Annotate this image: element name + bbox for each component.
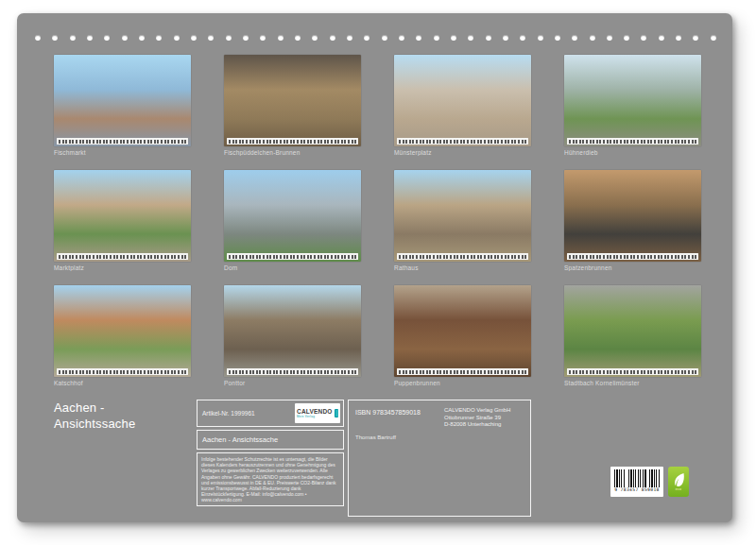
binding-hole bbox=[555, 35, 560, 41]
date-grid-cells bbox=[229, 140, 356, 144]
legal-text: Infolge bestehender Schutzrechte ist es … bbox=[201, 456, 336, 502]
thumbnail-photo bbox=[564, 285, 701, 377]
thumbnail-caption: Katschhof bbox=[54, 380, 191, 386]
article-number: Artikel-Nr. 1999961 bbox=[202, 410, 255, 417]
publisher-address: CALVENDO Verlag GmbH Ottobrunner Straße … bbox=[444, 407, 510, 429]
thumbnail-photo bbox=[54, 55, 191, 146]
binding-hole bbox=[278, 35, 284, 41]
binding-hole bbox=[70, 35, 76, 41]
thumbnail-photo bbox=[564, 55, 701, 146]
publisher-name: CALVENDO Verlag GmbH bbox=[444, 407, 510, 415]
date-grid-band bbox=[567, 253, 698, 260]
calendar-title-line2: Ansichtssache bbox=[54, 417, 135, 433]
month-thumbnail: Fischpüddelchen-Brunnen bbox=[224, 55, 361, 158]
thumbnail-caption: Rathaus bbox=[394, 264, 531, 271]
date-grid-cells bbox=[229, 255, 356, 259]
month-thumbnail: Münsterplatz bbox=[394, 55, 531, 158]
calvendo-logo: CALVENDO Mein Verlag bbox=[295, 403, 340, 423]
publisher-box: ISBN 9783457859018 CALVENDO Verlag GmbH … bbox=[348, 400, 531, 517]
binding-hole bbox=[364, 35, 369, 41]
thumbnail-caption: Fischmarkt bbox=[54, 149, 191, 156]
thumbnail-photo bbox=[224, 170, 361, 262]
date-grid-band bbox=[567, 368, 698, 375]
binding-hole bbox=[572, 35, 577, 41]
calvendo-logo-tagline: Mein Verlag bbox=[297, 416, 333, 418]
binding-hole bbox=[624, 35, 629, 41]
thumbnail-photo bbox=[394, 170, 531, 262]
binding-hole bbox=[52, 35, 58, 41]
binding-hole bbox=[486, 35, 491, 41]
calvendo-book-icon bbox=[335, 409, 338, 417]
date-grid-band bbox=[227, 138, 358, 145]
date-grid-band bbox=[397, 138, 528, 145]
binding-hole bbox=[416, 35, 421, 41]
thumbnail-caption: Münsterplatz bbox=[394, 149, 531, 156]
binding-hole bbox=[330, 35, 335, 41]
binding-hole bbox=[538, 35, 543, 41]
author-name: Thomas Bartruff bbox=[355, 434, 396, 440]
thumbnail-photo bbox=[224, 285, 361, 377]
thumbnail-caption: Dom bbox=[224, 264, 361, 271]
date-grid-cells bbox=[59, 140, 186, 144]
calendar-title: Aachen - Ansichtssache bbox=[54, 400, 135, 432]
date-grid-cells bbox=[569, 140, 696, 144]
binding-hole bbox=[156, 35, 162, 41]
date-grid-cells bbox=[59, 255, 186, 259]
calendar-title-text: Aachen - Ansichtssache bbox=[202, 435, 278, 444]
binding-hole bbox=[676, 35, 681, 41]
date-grid-band bbox=[227, 253, 358, 260]
thumbnail-caption: Puppenbrunnen bbox=[394, 380, 531, 386]
leaf-icon bbox=[673, 472, 685, 487]
binding-hole bbox=[174, 35, 180, 41]
binding-hole bbox=[641, 35, 646, 41]
binding-hole bbox=[35, 35, 41, 41]
binding-hole bbox=[104, 35, 110, 41]
binding-hole bbox=[590, 35, 595, 41]
date-grid-cells bbox=[59, 370, 186, 374]
binding-hole bbox=[693, 35, 698, 41]
calendar-title-line1: Aachen - bbox=[54, 400, 135, 417]
month-thumbnail: Marktplatz bbox=[54, 170, 191, 273]
binding-hole bbox=[451, 35, 456, 41]
date-grid-band bbox=[57, 368, 188, 375]
month-thumbnail: Puppenbrunnen bbox=[394, 285, 531, 388]
publisher-city: D-82008 Unterhaching bbox=[444, 421, 510, 429]
legal-text-box: Infolge bestehender Schutzrechte ist es … bbox=[197, 452, 344, 506]
barcode: 9 783457 859018 bbox=[610, 467, 663, 497]
date-grid-band bbox=[57, 138, 188, 145]
barcode-bars-icon bbox=[614, 469, 660, 487]
thumbnail-caption: Ponttor bbox=[224, 380, 361, 386]
thumbnail-caption: Marktplatz bbox=[54, 264, 191, 271]
binding-hole bbox=[347, 35, 352, 41]
binding-hole bbox=[122, 35, 128, 41]
thumbnail-caption: Spatzenbrunnen bbox=[564, 264, 701, 271]
thumbnail-photo bbox=[54, 285, 191, 377]
binding-hole bbox=[434, 35, 439, 41]
month-thumbnail: Fischmarkt bbox=[54, 55, 191, 158]
binding-hole bbox=[711, 35, 716, 41]
spiral-binding-holes bbox=[35, 35, 716, 41]
calendar-back-cover: FischmarktFischpüddelchen-BrunnenMünster… bbox=[17, 13, 732, 522]
date-grid-cells bbox=[569, 370, 696, 374]
date-grid-band bbox=[227, 368, 358, 375]
date-grid-cells bbox=[399, 140, 526, 144]
thumbnail-photo bbox=[54, 170, 191, 262]
thumbnail-photo bbox=[224, 55, 361, 146]
binding-hole bbox=[382, 35, 387, 41]
month-thumbnail: Ponttor bbox=[224, 285, 361, 388]
date-grid-band bbox=[57, 253, 188, 260]
date-grid-band bbox=[397, 253, 528, 260]
date-grid-cells bbox=[569, 255, 696, 259]
thumbnail-caption: Stadtbach Kornelimünster bbox=[564, 380, 701, 386]
month-thumbnail: Rathaus bbox=[394, 170, 531, 273]
barcode-digits: 9 783457 859018 bbox=[614, 487, 660, 493]
binding-hole bbox=[399, 35, 404, 41]
month-thumbnail: Spatzenbrunnen bbox=[564, 170, 701, 273]
eco-label: eco bbox=[668, 467, 689, 497]
binding-hole bbox=[295, 35, 301, 41]
binding-hole bbox=[520, 35, 525, 41]
isbn-number: ISBN 9783457859018 bbox=[355, 409, 421, 416]
binding-hole bbox=[659, 35, 664, 41]
binding-hole bbox=[503, 35, 508, 41]
thumbnail-grid: FischmarktFischpüddelchen-BrunnenMünster… bbox=[54, 55, 701, 388]
